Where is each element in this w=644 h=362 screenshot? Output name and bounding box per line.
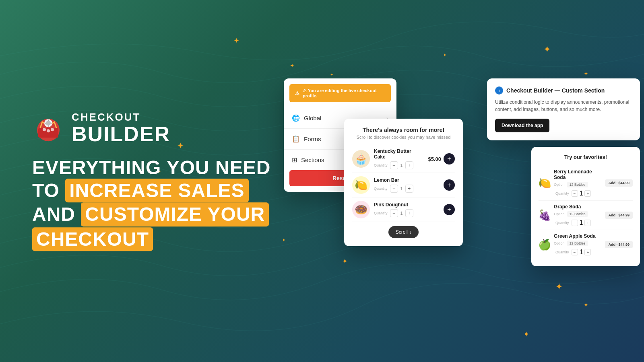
food-icon-1: 🧁 (352, 150, 370, 168)
sparkle-0: ✦ (233, 36, 239, 45)
upsell-item-2: 🍋 Lemon Bar Quantity − 1 + + (352, 173, 455, 197)
qty-minus-1[interactable]: − (390, 161, 398, 169)
add-item-btn-1[interactable]: + (444, 153, 455, 165)
bev-name-1: Berry Lemonade Soda (554, 169, 602, 180)
bev-qty-minus-1[interactable]: − (572, 190, 578, 197)
qty-minus-3[interactable]: − (390, 209, 398, 217)
hero-line2: TO INCREASE SALES (32, 179, 270, 202)
card-beverages: Try our favorites! 🍋 Berry Lemonade Soda… (531, 147, 640, 266)
tooltip-description: Utilize conditional logic to display ann… (495, 99, 632, 113)
bev-qty-val-1: 1 (580, 190, 583, 197)
bev-add-btn-2[interactable]: Add · $44.99 (605, 212, 633, 219)
qty-value-2: 1 (400, 186, 403, 191)
qty-value-1: 1 (400, 163, 403, 168)
bev-qty-val-3: 1 (580, 249, 583, 256)
hero-highlight-2: CUSTOMIZE YOUR (81, 203, 269, 226)
svg-point-2 (43, 128, 46, 131)
scroll-label: Scroll ↓ (396, 229, 411, 235)
hero-line4: CHECKOUT (32, 227, 153, 251)
card-custom-section: i Checkout Builder — Custom Section Util… (487, 78, 640, 140)
upsell-item-3: 🍩 Pink Doughnut Quantity − 1 + + (352, 197, 455, 222)
alert-icon: ⚠ (295, 90, 299, 96)
add-item-btn-3[interactable]: + (444, 204, 455, 215)
bev-qty-minus-3[interactable]: − (572, 249, 578, 255)
qty-minus-2[interactable]: − (390, 185, 398, 193)
bev-item-1: 🍋 Berry Lemonade Soda Option 12 Bottles … (539, 166, 633, 201)
bev-qty-val-2: 1 (580, 219, 583, 226)
bev-qty-plus-2[interactable]: + (584, 220, 591, 226)
bev-item-2: 🍇 Grape Soda Option 12 Bottles Quantity … (539, 201, 633, 230)
upsell-subtitle: Scroll to discover cookies you may have … (352, 135, 455, 140)
bev-icon-2: 🍇 (539, 205, 551, 225)
hero-highlight-1: INCREASE SALES (65, 179, 248, 202)
bev-qty-plus-3[interactable]: + (584, 249, 591, 255)
upsell-item-name-2: Lemon Bar (374, 177, 440, 183)
qty-plus-1[interactable]: + (405, 161, 413, 169)
hero-text: EVERYTHING YOU NEED TO INCREASE SALES AN… (32, 156, 270, 251)
info-icon: i (495, 86, 503, 95)
qty-plus-3[interactable]: + (405, 209, 413, 217)
quantity-ctrl-3: Quantity − 1 + (374, 209, 440, 217)
upsell-item-name-1: Kentucky Butter Cake (374, 148, 424, 160)
card-upsell: There's always room for more! Scroll to … (344, 119, 463, 246)
bev-name-2: Grape Soda (554, 204, 602, 210)
upsell-item-name-3: Pink Doughnut (374, 202, 440, 208)
bev-add-btn-1[interactable]: Add · $44.99 (605, 179, 633, 187)
logo-area: CHECKOUT BUILDER (32, 111, 270, 144)
right-content: ⚠ ⚠ You are editing the live checkout pr… (282, 0, 644, 362)
menu-global-label: Global (304, 115, 321, 121)
menu-sections-label: Sections (301, 156, 324, 163)
scroll-button[interactable]: Scroll ↓ (388, 226, 419, 238)
upsell-title: There's always room for more! (352, 127, 455, 133)
bev-option-2: 12 Bottles (567, 211, 588, 217)
tooltip-title: Checkout Builder — Custom Section (506, 87, 605, 94)
menu-forms-label: Forms (304, 136, 321, 142)
global-icon: 🌐 (292, 114, 300, 122)
upsell-price-1: $5.00 (428, 156, 441, 162)
sections-icon: ⊞ (292, 156, 297, 164)
forms-icon: 📋 (292, 135, 300, 143)
food-icon-2: 🍋 (352, 176, 370, 194)
svg-point-4 (51, 128, 54, 131)
alert-banner: ⚠ ⚠ You are editing the live checkout pr… (289, 84, 391, 102)
tooltip-header: i Checkout Builder — Custom Section (495, 86, 632, 95)
logo-checkout-label: CHECKOUT (72, 111, 170, 123)
qty-plus-2[interactable]: + (405, 185, 413, 193)
bev-icon-1: 🍋 (539, 173, 551, 193)
hero-section: CHECKOUT BUILDER EVERYTHING YOU NEED TO … (32, 111, 270, 251)
add-item-btn-2[interactable]: + (444, 179, 455, 191)
bev-add-btn-3[interactable]: Add · $44.99 (605, 241, 633, 248)
bev-option-3: 12 Bottles (567, 241, 588, 246)
quantity-ctrl-1: Quantity − 1 + (374, 161, 424, 169)
bev-item-3: 🍏 Green Apple Soda Option 12 Bottles Qua… (539, 230, 633, 259)
svg-point-3 (47, 129, 50, 132)
food-icon-3: 🍩 (352, 201, 370, 218)
quantity-ctrl-2: Quantity − 1 + (374, 185, 440, 193)
bev-name-3: Green Apple Soda (554, 233, 602, 239)
svg-point-6 (46, 121, 51, 125)
qty-value-3: 1 (400, 211, 403, 216)
beverages-title: Try our favorites! (539, 154, 633, 160)
hero-line1: EVERYTHING YOU NEED (32, 156, 270, 179)
bev-qty-minus-2[interactable]: − (572, 220, 578, 226)
hero-line3: AND CUSTOMIZE YOUR (32, 203, 270, 226)
logo-icon (32, 112, 64, 144)
logo-text: CHECKOUT BUILDER (72, 111, 170, 144)
upsell-item-1: 🧁 Kentucky Butter Cake Quantity − 1 + $5… (352, 145, 455, 173)
download-app-button[interactable]: Download the app (495, 119, 549, 132)
bev-icon-3: 🍏 (539, 234, 551, 255)
bev-option-1: 12 Bottles (567, 182, 588, 187)
bev-qty-plus-1[interactable]: + (584, 190, 591, 197)
logo-builder-label: BUILDER (72, 123, 170, 144)
alert-text: ⚠ You are editing the live checkout prof… (303, 88, 385, 98)
